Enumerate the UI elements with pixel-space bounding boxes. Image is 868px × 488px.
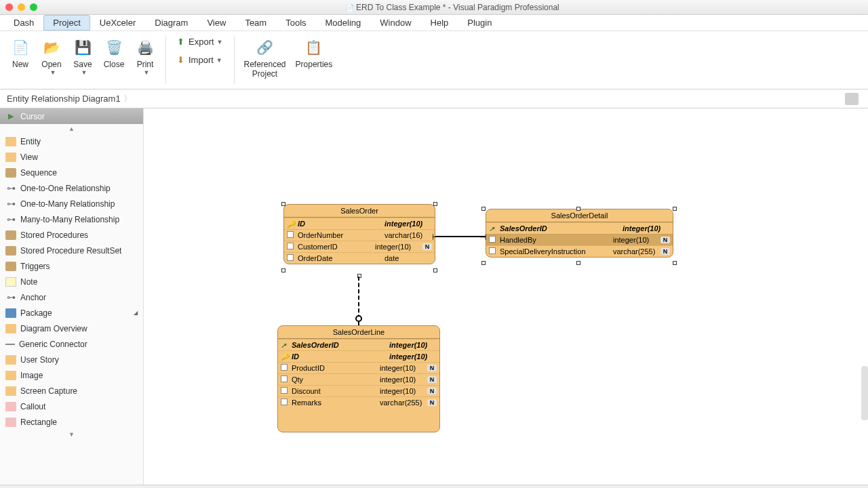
entity-column[interactable]: ↗SalesOrderIDinteger(10)	[278, 339, 439, 350]
palette-item-rectangle[interactable]: Rectangle	[0, 414, 143, 430]
properties-button[interactable]: 📋 Properties	[292, 34, 337, 72]
breadcrumb-toggle-icon[interactable]	[845, 93, 859, 105]
column-type: integer(10)	[623, 224, 670, 232]
foreign-key-icon: ↗	[281, 342, 290, 349]
referenced-project-button[interactable]: 🔗 Referenced Project	[240, 34, 290, 81]
selection-handle[interactable]	[576, 207, 580, 211]
minimize-window-button[interactable]	[18, 3, 25, 11]
zoom-window-button[interactable]	[30, 3, 37, 11]
selection-handle[interactable]	[481, 207, 486, 211]
palette-item-entity[interactable]: Entity	[0, 134, 143, 149]
new-button[interactable]: 📄 New	[5, 34, 35, 72]
entity-salesorderdetail[interactable]: SalesOrderDetail ↗SalesOrderIDinteger(10…	[486, 209, 673, 258]
entity-column[interactable]: Qtyinteger(10)N	[278, 373, 439, 385]
import-button[interactable]: ⬇ Import ▼	[172, 52, 229, 68]
menu-project[interactable]: Project	[43, 15, 90, 30]
column-name: OrderDate	[296, 254, 384, 262]
column-type: integer(10)	[389, 352, 437, 361]
entity-column[interactable]: 🔑IDinteger(10)	[284, 218, 435, 229]
export-button[interactable]: ⬆ Export ▼	[172, 34, 229, 49]
palette-item-package[interactable]: Package◢	[0, 305, 143, 321]
chevron-down-icon: ▼	[217, 39, 223, 45]
menu-uexceler[interactable]: UeXceler	[90, 15, 145, 30]
entity-column[interactable]: ProductIDinteger(10)N	[278, 362, 439, 373]
print-button[interactable]: 🖨️ Print ▼	[130, 34, 160, 79]
column-icon	[489, 236, 498, 244]
line-icon	[5, 344, 15, 344]
menu-tools[interactable]: Tools	[276, 15, 315, 30]
palette-item-view[interactable]: View	[0, 149, 143, 165]
close-button[interactable]: 🗑️ Close	[99, 34, 129, 72]
column-type: integer(10)	[384, 220, 432, 228]
folder-icon	[5, 152, 16, 162]
selection-handle[interactable]	[576, 261, 580, 265]
expand-icon: ◢	[134, 310, 138, 316]
selection-handle[interactable]	[673, 261, 677, 265]
breadcrumb-item[interactable]: Entity Relationship Diagram1	[7, 94, 121, 104]
palette-item-user-story[interactable]: User Story	[0, 352, 143, 367]
close-window-button[interactable]	[5, 3, 13, 11]
selection-handle[interactable]	[481, 261, 486, 265]
new-icon: 📄	[9, 37, 31, 58]
nullable-badge: N	[660, 248, 670, 255]
menu-team[interactable]: Team	[235, 15, 276, 30]
palette-item-label: Many-to-Many Relationship	[20, 215, 119, 224]
menu-view[interactable]: View	[197, 15, 235, 30]
menubar: Dash Project UeXceler Diagram View Team …	[0, 15, 868, 31]
palette-item-stored-procedures[interactable]: Stored Procedures	[0, 227, 143, 243]
palette-item-one-to-many-relationship[interactable]: ⊶One-to-Many Relationship	[0, 196, 143, 211]
menu-plugin[interactable]: Plugin	[458, 15, 501, 30]
entity-column[interactable]: Remarksvarchar(255)N	[278, 396, 439, 408]
open-button[interactable]: 📂 Open ▼	[37, 34, 66, 79]
entity-column[interactable]: Discountinteger(10)N	[278, 385, 439, 396]
save-button[interactable]: 💾 Save ▼	[68, 34, 98, 79]
palette-item-anchor[interactable]: ⊶Anchor	[0, 289, 143, 305]
referenced-project-icon: 🔗	[254, 37, 276, 58]
palette-item-one-to-one-relationship[interactable]: ⊶One-to-One Relationship	[0, 180, 143, 196]
palette-item-callout[interactable]: Callout	[0, 399, 143, 414]
menu-modeling[interactable]: Modeling	[316, 15, 371, 30]
selection-handle[interactable]	[281, 202, 285, 206]
palette-item-note[interactable]: Note	[0, 274, 143, 289]
rel-icon: ⊶	[5, 199, 16, 209]
window-controls	[5, 3, 37, 11]
crow-foot-icon: ⊣	[479, 232, 486, 239]
print-label: Print	[137, 60, 154, 69]
entity-column[interactable]: OrderDatedate	[284, 252, 435, 264]
menu-window[interactable]: Window	[370, 15, 420, 30]
entity-column[interactable]: ↗SalesOrderIDinteger(10)	[486, 222, 673, 234]
entity-column[interactable]: 🔑IDinteger(10)	[278, 350, 439, 362]
entity-column[interactable]: HandledByinteger(10)N	[486, 234, 673, 245]
entity-column[interactable]: SpecialDeliveryInstructionvarchar(255)N	[486, 245, 673, 257]
palette-item-generic-connector[interactable]: Generic Connector	[0, 336, 143, 352]
menu-diagram[interactable]: Diagram	[145, 15, 197, 30]
palette-item-triggers[interactable]: Triggers	[0, 258, 143, 274]
column-name: OrderNumber	[296, 231, 384, 239]
menu-dash[interactable]: Dash	[4, 15, 43, 30]
palette-item-many-to-many-relationship[interactable]: ⊶Many-to-Many Relationship	[0, 211, 143, 227]
selection-handle[interactable]	[673, 207, 677, 211]
selection-handle[interactable]	[433, 202, 437, 206]
palette-item-screen-capture[interactable]: Screen Capture	[0, 383, 143, 399]
selection-handle[interactable]	[433, 268, 437, 272]
palette-item-diagram-overview[interactable]: Diagram Overview	[0, 321, 143, 336]
entity-column[interactable]: CustomerIDinteger(10)N	[284, 241, 435, 252]
menu-help[interactable]: Help	[421, 15, 458, 30]
entity-salesorder[interactable]: SalesOrder 🔑IDinteger(10)OrderNumbervarc…	[283, 204, 435, 264]
palette-item-sequence[interactable]: Sequence	[0, 165, 143, 180]
palette-item-label: Callout	[20, 402, 45, 411]
close-label: Close	[104, 60, 125, 69]
selection-handle[interactable]	[281, 268, 285, 272]
db-icon	[5, 168, 16, 178]
entity-salesorderline[interactable]: SalesOrderLine ↗SalesOrderIDinteger(10)🔑…	[277, 325, 440, 432]
palette-down-arrow[interactable]: ▼	[0, 430, 143, 439]
relationship-line[interactable]	[435, 236, 486, 237]
entity-column[interactable]: OrderNumbervarchar(16)	[284, 229, 435, 241]
palette-cursor[interactable]: ▶ Cursor	[0, 108, 143, 124]
scrollbar[interactable]	[861, 366, 868, 420]
titlebar: ERD To Class Example * - Visual Paradigm…	[0, 0, 868, 15]
palette-up-arrow[interactable]: ▲	[0, 124, 143, 134]
palette-item-image[interactable]: Image	[0, 367, 143, 383]
palette-item-stored-procedure-resultset[interactable]: Stored Procedure ResultSet	[0, 243, 143, 258]
diagram-canvas[interactable]: SalesOrder 🔑IDinteger(10)OrderNumbervarc…	[144, 108, 868, 485]
